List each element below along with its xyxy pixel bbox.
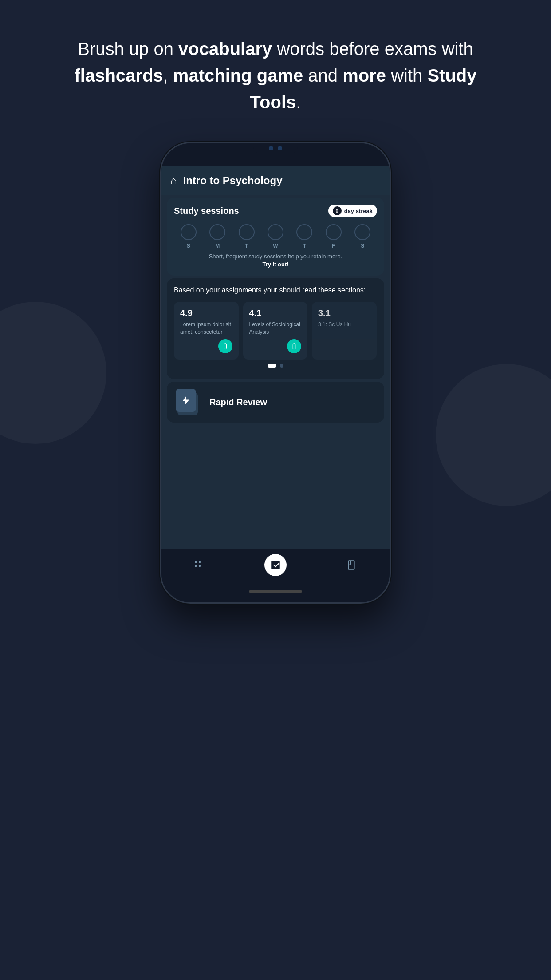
bold-matching-game: matching game — [173, 66, 303, 85]
study-sessions-title: Study sessions — [174, 206, 239, 216]
day-circle-m — [209, 224, 225, 240]
day-label-s1: S — [187, 243, 190, 249]
day-item-s2: S — [354, 224, 370, 249]
section-card-4-1[interactable]: 4.1 Levels of Sociological Analysis — [243, 302, 308, 360]
header-description: Brush up on vocabulary words before exam… — [63, 36, 488, 115]
day-item-t2: T — [296, 224, 312, 249]
try-it-out-link[interactable]: Try it out! — [262, 261, 288, 268]
section-card-4-9[interactable]: 4.9 Lorem ipsum dolor sit amet, consecte… — [174, 302, 239, 360]
sections-row: 4.9 Lorem ipsum dolor sit amet, consecte… — [174, 302, 377, 360]
study-icon — [270, 559, 281, 571]
study-sessions-card: Study sessions 0 day streak S M — [167, 198, 384, 276]
day-circle-s1 — [181, 224, 197, 240]
rapid-review-label: Rapid Review — [209, 397, 267, 407]
app-title: Intro to Psychology — [183, 174, 283, 187]
phone-frame: ⌂ Intro to Psychology Study sessions 0 d… — [160, 142, 391, 604]
bottom-nav — [161, 549, 390, 580]
phone-screen: ⌂ Intro to Psychology Study sessions 0 d… — [161, 166, 390, 580]
study-tip-text: Short, frequent study sessions help you … — [174, 253, 377, 269]
study-tip: Short, frequent study sessions help you … — [174, 253, 377, 269]
section-desc-4-1: Levels of Sociological Analysis — [249, 321, 302, 336]
day-circle-t1 — [239, 224, 255, 240]
day-label-w: W — [273, 243, 278, 249]
day-circle-f — [326, 224, 342, 240]
lightning-icon — [181, 395, 191, 406]
phone-side-button — [390, 268, 391, 299]
app-header: ⌂ Intro to Psychology — [161, 166, 390, 195]
section-number-3-1: 3.1 — [318, 308, 370, 318]
day-label-t2: T — [303, 243, 306, 249]
phone-notch — [253, 143, 298, 153]
bold-more: more — [342, 66, 386, 85]
assignments-card: Based on your assignments your should re… — [167, 278, 384, 379]
home-icon: ⌂ — [170, 174, 177, 187]
day-streak-badge: 0 day streak — [328, 205, 377, 217]
bg-circle-left — [0, 302, 106, 444]
section-book-icon-4-9[interactable] — [218, 339, 232, 353]
day-circle-w — [268, 224, 283, 240]
connections-icon — [194, 559, 205, 571]
day-label-f: F — [332, 243, 335, 249]
day-item-s1: S — [181, 224, 197, 249]
pagination-dots — [174, 364, 377, 368]
section-number-4-9: 4.9 — [180, 308, 232, 318]
camera-dot-left — [269, 146, 273, 150]
day-label-s2: S — [361, 243, 364, 249]
day-item-w: W — [268, 224, 283, 249]
bg-circle-right — [436, 364, 551, 506]
rr-icon-front — [176, 389, 196, 412]
notebook-icon — [346, 559, 357, 571]
day-circles-row: S M T W T — [174, 224, 377, 249]
day-circle-s2 — [354, 224, 370, 240]
rapid-review-icon-box — [176, 389, 202, 415]
bold-flashcards: flashcards — [74, 66, 163, 85]
day-item-f: F — [326, 224, 342, 249]
section-card-3-1[interactable]: 3.1 3.1: Sc Us Hu — [312, 302, 377, 360]
nav-item-study[interactable] — [264, 554, 287, 576]
day-item-t1: T — [239, 224, 255, 249]
phone-mockup: ⌂ Intro to Psychology Study sessions 0 d… — [160, 142, 391, 604]
day-circle-t2 — [296, 224, 312, 240]
streak-count: 0 — [333, 206, 342, 215]
pagination-dot-1[interactable] — [268, 364, 276, 368]
home-indicator — [249, 590, 302, 593]
rapid-review-card[interactable]: Rapid Review — [167, 382, 384, 423]
phone-bottom-bar — [161, 580, 390, 602]
assignments-title: Based on your assignments your should re… — [174, 285, 377, 295]
nav-item-notebook[interactable] — [340, 554, 362, 576]
day-label-m: M — [215, 243, 220, 249]
bold-vocabulary: vocabulary — [178, 39, 272, 59]
day-item-m: M — [209, 224, 225, 249]
streak-label: day streak — [344, 208, 373, 214]
section-desc-3-1: 3.1: Sc Us Hu — [318, 321, 370, 328]
pagination-dot-2[interactable] — [280, 364, 283, 368]
camera-dot-right — [278, 146, 282, 150]
phone-top-bar — [161, 143, 390, 166]
section-desc-4-9: Lorem ipsum dolor sit amet, consectetur — [180, 321, 232, 336]
section-book-icon-4-1[interactable] — [287, 339, 301, 353]
section-number-4-1: 4.1 — [249, 308, 302, 318]
nav-item-connections[interactable] — [189, 554, 211, 576]
day-label-t1: T — [245, 243, 248, 249]
study-sessions-header: Study sessions 0 day streak — [174, 205, 377, 217]
